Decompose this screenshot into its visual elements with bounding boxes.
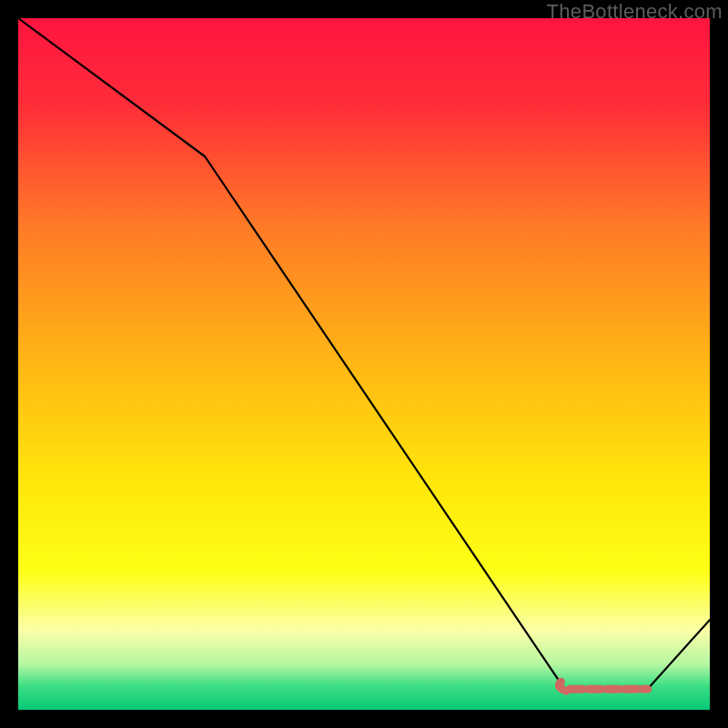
chart-stage: TheBottleneck.com: [0, 0, 728, 728]
bottleneck-chart: [18, 18, 710, 710]
chart-background: [18, 18, 710, 710]
